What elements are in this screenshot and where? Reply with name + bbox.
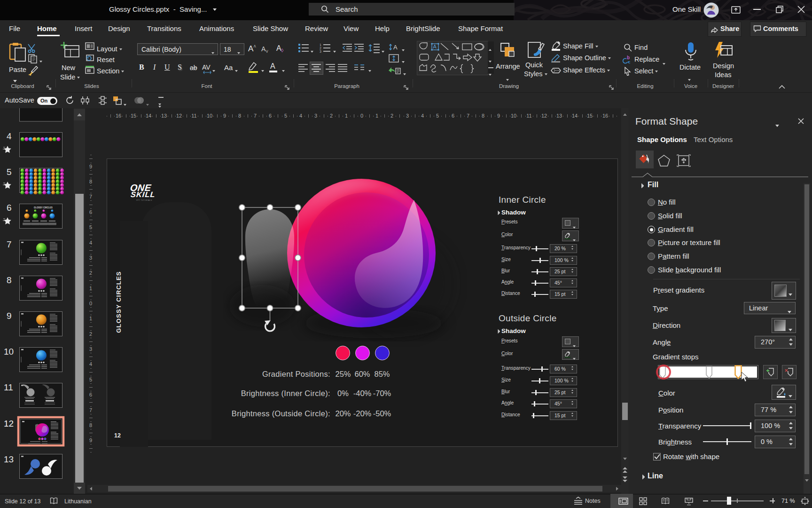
svg-text:8: 8 [7, 275, 12, 285]
svg-text:5: 5 [7, 167, 12, 177]
svg-text:2: 2 [320, 47, 321, 50]
svg-text:4: 4 [7, 131, 12, 141]
svg-text:11: 11 [4, 382, 13, 392]
svg-text:13: 13 [4, 454, 14, 464]
svg-text:10: 10 [4, 347, 14, 357]
svg-text:6: 6 [7, 203, 12, 213]
svg-text:GLOSSY CIRCLES: GLOSSY CIRCLES [34, 206, 53, 209]
svg-text:9: 9 [7, 311, 12, 321]
svg-text:A: A [433, 44, 437, 49]
svg-text:3: 3 [320, 50, 321, 53]
svg-text:1: 1 [320, 43, 321, 47]
svg-text:A: A [393, 44, 398, 51]
svg-text:7: 7 [7, 239, 12, 249]
svg-text:12: 12 [4, 419, 14, 429]
